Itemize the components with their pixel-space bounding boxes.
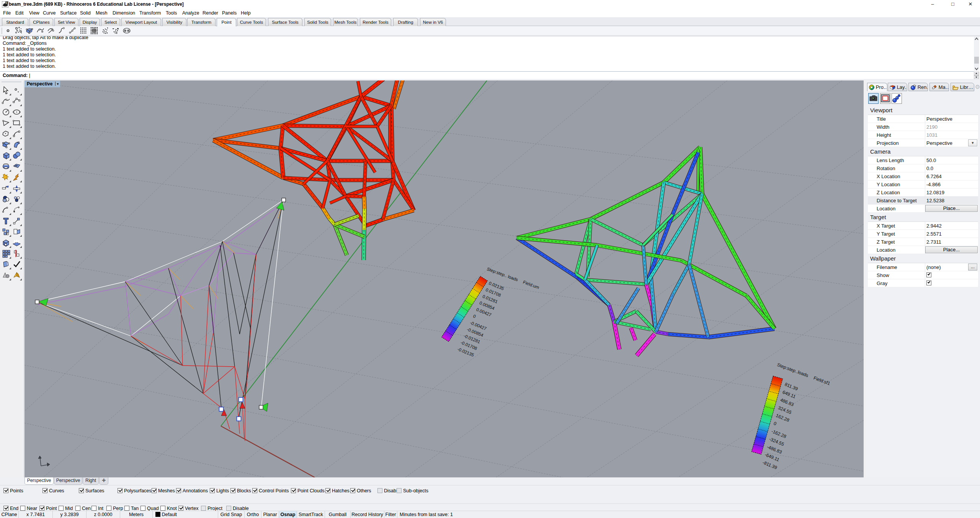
svg-text:6: 6	[6, 2, 8, 4]
